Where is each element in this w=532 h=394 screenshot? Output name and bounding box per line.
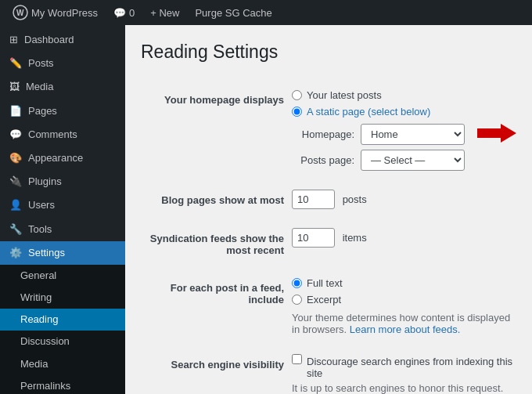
settings-icon: ⚙️	[9, 246, 22, 260]
blog-pages-field: posts	[292, 180, 516, 219]
search-visibility-checkbox[interactable]	[292, 354, 302, 364]
syndication-suffix: items	[343, 232, 367, 244]
feed-description: Your theme determines how content is dis…	[292, 312, 516, 335]
search-visibility-field: Discourage search engines from indexing …	[292, 345, 516, 394]
blog-pages-suffix: posts	[343, 193, 367, 205]
sidebar-item-media[interactable]: 🖼 Media	[0, 75, 125, 99]
homepage-displays-field: Your latest posts A static page (select …	[292, 80, 516, 180]
homepage-select[interactable]: Home Sample Page	[361, 124, 465, 145]
sidebar-item-tools[interactable]: 🔧 Tools	[0, 218, 125, 241]
homepage-displays-label: Your homepage displays	[141, 80, 292, 180]
admin-bar: W My WordPress 💬 0 + New Purge SG Cache	[0, 0, 532, 25]
wp-logo-item[interactable]: W My WordPress	[6, 0, 104, 25]
feed-learn-more-link[interactable]: Learn more about feeds.	[350, 324, 461, 335]
pages-icon: 📄	[9, 104, 22, 118]
comment-icon: 💬	[113, 7, 126, 19]
sidebar-item-plugins[interactable]: 🔌 Plugins	[0, 170, 125, 193]
sidebar-main-items: ⊞ Dashboard ✏️ Posts 🖼 Media 📄 Pages 💬 C…	[0, 25, 125, 394]
sidebar-item-posts[interactable]: ✏️ Posts	[0, 52, 125, 75]
dashboard-icon: ⊞	[9, 33, 18, 47]
sidebar-item-reading[interactable]: Reading ◀	[0, 309, 125, 331]
sidebar-item-permalinks[interactable]: Permalinks	[0, 375, 125, 394]
svg-marker-2	[477, 124, 516, 143]
sidebar-item-dashboard[interactable]: ⊞ Dashboard	[0, 28, 125, 52]
static-page-option[interactable]: A static page (select below)	[292, 106, 516, 117]
sidebar-item-general[interactable]: General	[0, 265, 125, 287]
wp-icon: W	[13, 5, 28, 20]
settings-form: Your homepage displays Your latest posts	[141, 80, 516, 394]
page-title: Reading Settings	[141, 41, 516, 64]
search-visibility-description: It is up to search engines to honor this…	[292, 382, 516, 394]
homepage-radio-group: Your latest posts A static page (select …	[292, 89, 516, 117]
posts-page-select[interactable]: — Select — Home Sample Page	[361, 150, 465, 171]
appearance-icon: 🎨	[9, 151, 22, 165]
sidebar-item-settings[interactable]: ⚙️ Settings	[0, 241, 125, 265]
static-page-label: A static page (select below)	[307, 106, 430, 117]
search-visibility-row: Search engine visibility Discourage sear…	[141, 345, 516, 394]
comments-bar-item[interactable]: 💬 0	[107, 0, 141, 25]
sidebar-item-media[interactable]: Media	[0, 353, 125, 375]
settings-submenu: General Writing Reading ◀ Discussion Med…	[0, 265, 125, 394]
sidebar: ⊞ Dashboard ✏️ Posts 🖼 Media 📄 Pages 💬 C…	[0, 25, 125, 394]
blog-pages-row: Blog pages show at most posts	[141, 180, 516, 219]
full-text-radio[interactable]	[292, 278, 302, 288]
comments-icon: 💬	[9, 128, 22, 142]
posts-page-field-label: Posts page:	[292, 154, 354, 166]
syndication-label: Syndication feeds show the most recent	[141, 219, 292, 268]
syndication-input[interactable]	[292, 228, 335, 248]
feed-content-label: For each post in a feed, include	[141, 268, 292, 345]
homepage-red-arrow	[477, 124, 516, 145]
syndication-field: items	[292, 219, 516, 268]
sidebar-item-discussion[interactable]: Discussion	[0, 331, 125, 352]
homepage-select-row: Homepage: Home Sample Page	[292, 124, 516, 145]
search-visibility-checkbox-text: Discourage search engines from indexing …	[307, 356, 516, 379]
sidebar-item-appearance[interactable]: 🎨 Appearance	[0, 146, 125, 170]
homepage-field-label: Homepage:	[292, 128, 354, 140]
blog-pages-label: Blog pages show at most	[141, 180, 292, 219]
feed-radio-group: Full text Excerpt	[292, 277, 516, 305]
posts-icon: ✏️	[9, 56, 22, 70]
red-arrow-svg	[477, 124, 516, 143]
feed-content-field: Full text Excerpt Your theme determines …	[292, 268, 516, 345]
search-visibility-label: Search engine visibility	[141, 345, 292, 394]
main-content: Reading Settings Your homepage displays	[125, 25, 532, 394]
tools-icon: 🔧	[9, 222, 22, 237]
sidebar-item-comments[interactable]: 💬 Comments	[0, 123, 125, 146]
purge-cache-item[interactable]: Purge SG Cache	[189, 0, 278, 25]
posts-page-select-row: Posts page: — Select — Home Sample Page	[292, 150, 516, 171]
main-layout: ⊞ Dashboard ✏️ Posts 🖼 Media 📄 Pages 💬 C…	[0, 25, 532, 394]
new-item[interactable]: + New	[144, 0, 185, 25]
form-table: Your homepage displays Your latest posts	[141, 80, 516, 394]
latest-posts-radio[interactable]	[292, 90, 302, 100]
excerpt-option[interactable]: Excerpt	[292, 294, 516, 305]
media-icon: 🖼	[9, 80, 20, 94]
sidebar-item-users[interactable]: 👤 Users	[0, 193, 125, 217]
latest-posts-option[interactable]: Your latest posts	[292, 89, 516, 101]
feed-content-row: For each post in a feed, include Full te…	[141, 268, 516, 345]
blog-pages-input[interactable]	[292, 190, 335, 209]
static-page-radio[interactable]	[292, 107, 302, 117]
plugins-icon: 🔌	[9, 175, 22, 189]
homepage-displays-row: Your homepage displays Your latest posts	[141, 80, 516, 180]
users-icon: 👤	[9, 198, 22, 212]
site-name: My WordPress	[31, 7, 98, 19]
syndication-row: Syndication feeds show the most recent i…	[141, 219, 516, 268]
sidebar-item-writing[interactable]: Writing	[0, 287, 125, 309]
sidebar-item-pages[interactable]: 📄 Pages	[0, 99, 125, 123]
search-visibility-checkbox-label[interactable]: Discourage search engines from indexing …	[292, 354, 516, 379]
full-text-option[interactable]: Full text	[292, 277, 516, 289]
svg-text:W: W	[16, 9, 24, 17]
excerpt-radio[interactable]	[292, 295, 302, 305]
